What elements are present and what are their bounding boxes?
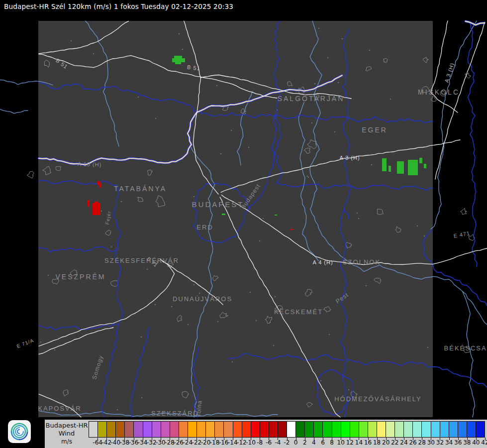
city-label: MISKOLC (418, 88, 460, 96)
town-dot (320, 380, 321, 381)
legend-cell (323, 422, 332, 437)
legend-tick-label: -24 (183, 439, 193, 446)
radar-echo-red (99, 184, 101, 188)
town-dot (188, 324, 189, 325)
legend-tick-label: -10 (246, 439, 256, 446)
town-dot (101, 211, 102, 212)
radar-echo-green (389, 166, 391, 172)
legend-tick-label: -16 (219, 439, 229, 446)
legend-tick-label: 42 (481, 439, 487, 446)
legend-cell (287, 422, 296, 437)
city-label: SZEKSZÁRD (151, 410, 199, 417)
legend-cell (224, 422, 233, 437)
legend-tick-label: -64 (93, 439, 102, 446)
road-label: A 10 (H) (78, 161, 102, 168)
weather-app-screen: BudapestPestSomogyTolnaFejérB 51B 51A 10… (0, 0, 487, 448)
legend-cell (350, 422, 359, 437)
town-dot (138, 97, 139, 98)
radar-echo-green (397, 161, 404, 174)
legend-cell (134, 422, 143, 437)
city-label: BÉKÉSCSAB (444, 344, 487, 352)
town-dot (93, 53, 94, 54)
town-dot (417, 225, 418, 226)
radar-echo-green (172, 58, 185, 62)
legend-tick-label: -22 (192, 439, 202, 446)
city-label: SZOLNOK (343, 258, 381, 266)
town-dot (71, 40, 72, 41)
town-dot (141, 397, 142, 398)
legend-cell (170, 422, 179, 437)
town-dot (232, 361, 233, 362)
legend-cell (296, 422, 305, 437)
legend-text-block: Budapest-HR Wind m/s (45, 422, 89, 446)
legend-tick-label: 10 (337, 439, 345, 446)
legend-tick-label: 8 (330, 439, 334, 446)
town-dot (424, 235, 425, 236)
town-dot (171, 306, 172, 307)
legend-cell (233, 422, 242, 437)
legend-tick-label: -20 (201, 439, 211, 446)
spiral-icon (8, 420, 31, 443)
legend-tick-label: -36 (129, 439, 139, 446)
town-dot (216, 85, 217, 86)
legend-tick-label: 28 (418, 439, 426, 446)
legend-cell (431, 422, 440, 437)
legend-tick-label: -14 (228, 439, 238, 446)
legend-tick-label: -12 (237, 439, 247, 446)
legend-tick-label: -26 (174, 439, 184, 446)
town-dot (390, 99, 391, 100)
legend-cell (440, 422, 449, 437)
legend-tick-label: 30 (427, 439, 435, 446)
legend-cell (161, 422, 170, 437)
town-dot (307, 176, 308, 177)
radar-echo-green (408, 160, 418, 175)
legend-parameter: Wind (45, 430, 89, 438)
city-label: KECSKEMÉT (274, 308, 323, 316)
legend-cell (89, 422, 98, 437)
town-dot (194, 196, 195, 197)
legend-cell (206, 422, 215, 437)
radar-echo-green (222, 214, 225, 215)
legend-cell (278, 422, 287, 437)
town-dot (250, 292, 251, 293)
legend-cell (404, 422, 413, 437)
legend-cell (188, 422, 197, 437)
legend-cell (377, 422, 386, 437)
legend-tick-label: 24 (400, 439, 407, 446)
legend-tick-label: 18 (373, 439, 381, 446)
legend-tick-label: 14 (355, 439, 363, 446)
town-dot (256, 320, 257, 321)
town-dot (54, 349, 55, 350)
legend-tick-label: -2 (284, 439, 290, 446)
town-dot (358, 218, 359, 219)
legend-cell (197, 422, 206, 437)
city-label: SALGÓTARJÁN (278, 95, 345, 103)
legend-cell (422, 422, 431, 437)
town-dot (111, 246, 112, 247)
town-dot (311, 122, 312, 123)
map-title: Budapest-HR Szél 120km (m/s) 1 fokos Tue… (4, 2, 233, 10)
town-dot (342, 38, 343, 39)
legend-cell (332, 422, 341, 437)
legend-cell (98, 422, 107, 437)
legend-cell (359, 422, 368, 437)
radar-echo-red (95, 202, 98, 205)
legend-cell (242, 422, 251, 437)
legend-product: Budapest-HR (45, 422, 89, 430)
legend-tick-label: -6 (266, 439, 272, 446)
legend-tick-label: 12 (346, 439, 354, 446)
town-dot (357, 213, 358, 214)
town-dot (338, 82, 339, 83)
city-label: VESZPRÉM (55, 273, 105, 281)
town-dot (117, 409, 118, 410)
town-dot (318, 28, 319, 29)
legend-cell (449, 422, 458, 437)
legend-tick-label: -30 (156, 439, 166, 446)
town-dot (155, 304, 156, 305)
city-label: BUDAPEST (192, 200, 244, 209)
city-label: TATABÁNYA (114, 185, 167, 193)
radar-echo-green (424, 164, 426, 168)
radar-echo-red (290, 229, 293, 230)
legend-cell (116, 422, 125, 437)
town-dot (40, 341, 41, 342)
